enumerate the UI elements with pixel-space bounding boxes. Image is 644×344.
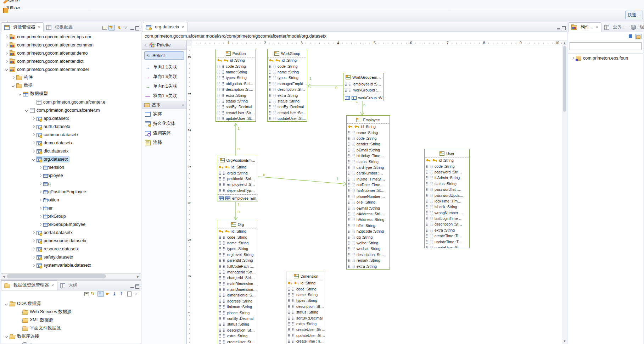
close-icon[interactable]: × xyxy=(38,24,41,30)
entity-field-row[interactable]: updateUser :St… xyxy=(286,333,326,338)
entity-field-row[interactable]: employeeId :S… xyxy=(217,182,258,187)
entity-field-row[interactable]: passwordUpda… xyxy=(425,192,469,198)
entity-field-row[interactable] xyxy=(218,193,257,195)
tree-item[interactable]: com.primeton.gocom.afcenter.m xyxy=(1,106,141,114)
entity-field-row[interactable]: updateTime :T… xyxy=(425,239,469,244)
expander-icon[interactable] xyxy=(38,165,42,169)
entity-field-row[interactable]: cardNumber :… xyxy=(347,170,390,176)
entity-field-row[interactable]: updateUser :St… xyxy=(216,116,256,121)
import-icon[interactable] xyxy=(112,292,118,296)
tree-item[interactable]: org.datasetx xyxy=(1,155,141,163)
tab-business[interactable]: 业务... xyxy=(601,22,628,32)
entity-field-row[interactable]: wrongNumber … xyxy=(425,210,469,216)
entity-field-row[interactable]: orgId :String xyxy=(217,170,258,176)
file-icon[interactable] xyxy=(127,292,131,296)
entity-field-row[interactable]: workGroupId :… xyxy=(343,87,383,93)
palette-section-basic[interactable]: 基本 « xyxy=(142,101,186,109)
entity-field-row[interactable]: description :St… xyxy=(216,87,256,92)
entity-field-row[interactable]: address :String xyxy=(217,298,258,304)
tree-item[interactable]: common.datasetx xyxy=(1,131,141,139)
tree-item[interactable]: Employee xyxy=(1,171,141,179)
entity-position[interactable]: Position id :String code :String xyxy=(215,49,256,122)
expander-icon[interactable] xyxy=(38,214,42,218)
expander-icon[interactable] xyxy=(5,51,9,55)
entity-field-row[interactable]: createUser :Str… xyxy=(286,327,326,332)
entity-field-row[interactable]: dependentTyp… xyxy=(217,188,258,193)
expander-icon[interactable] xyxy=(32,133,35,137)
entity-field-row[interactable]: createUser :St… xyxy=(217,339,258,344)
tree-item[interactable]: safety.datasetx xyxy=(1,253,141,261)
palette-tool-relation[interactable]: 单向1:1关联 xyxy=(142,62,186,72)
close-icon[interactable]: × xyxy=(595,24,598,30)
tree-item[interactable]: com.primeton.eos.foun xyxy=(568,54,643,62)
entity-field-row[interactable]: extra :String xyxy=(216,92,256,98)
expander-icon[interactable] xyxy=(32,231,35,234)
tree-item[interactable]: OrgPositionEmployee xyxy=(1,188,141,196)
entity-field-row[interactable]: phone :String xyxy=(217,310,258,315)
palette-header[interactable]: ◁ Palette xyxy=(142,40,186,50)
expander-icon[interactable] xyxy=(571,56,575,60)
tree-item[interactable]: com.primeton.gocom.afcenter.dict xyxy=(1,57,141,65)
tab-outline[interactable]: 大纲 xyxy=(57,281,80,290)
minimize-icon[interactable] xyxy=(557,28,560,29)
entity-field-row[interactable]: parentId :String xyxy=(217,257,258,263)
view-menu-icon[interactable] xyxy=(134,292,139,296)
entity-field-row[interactable]: code :String xyxy=(268,63,307,69)
quick-access[interactable]: 快速… xyxy=(625,11,643,19)
entity-field-row[interactable]: name :String xyxy=(286,292,326,298)
tree-item[interactable]: WorkGroupEmployee xyxy=(1,220,141,228)
entity-field-row[interactable]: createUser :Str… xyxy=(268,110,307,116)
tree-item[interactable]: dict.datasetx xyxy=(1,147,141,155)
entity-field-row[interactable]: hTel :String xyxy=(347,223,390,228)
entity-field-row[interactable]: name :String xyxy=(347,129,390,135)
entity-field-row[interactable]: sortBy :Decimal xyxy=(286,315,326,321)
entity-field-row[interactable]: id :String xyxy=(216,57,256,63)
format-button[interactable] xyxy=(2,0,27,6)
tree-item[interactable]: User xyxy=(1,204,141,212)
expander-icon[interactable] xyxy=(38,222,42,226)
tree-item[interactable]: 构件 xyxy=(1,73,141,82)
entity-field-row[interactable]: id :String xyxy=(217,164,258,170)
entity-field-row[interactable]: wechat :String xyxy=(347,246,390,251)
canvas-vscrollbar[interactable]: ▲ ▼ xyxy=(562,40,567,344)
expander-icon[interactable] xyxy=(11,76,15,79)
tree-item[interactable]: com.primeton.gocom.afcenter.demo xyxy=(1,49,141,57)
expander-icon[interactable] xyxy=(32,124,35,128)
editor-tab-org-datasetx[interactable]: org.datasetx × xyxy=(143,22,187,32)
explorer-hscrollbar[interactable]: ◂ ▸ xyxy=(1,273,141,279)
entity-field-row[interactable]: passwordInit :… xyxy=(425,187,469,192)
scroll-left-icon[interactable]: ◂ xyxy=(1,274,6,279)
entity-field-row[interactable]: employee :Em… xyxy=(217,195,258,201)
tree-item[interactable]: 数据库连接 xyxy=(1,332,141,340)
expander-icon[interactable] xyxy=(5,43,9,47)
entity-field-row[interactable]: name :String xyxy=(268,69,307,75)
entity-field-row[interactable]: hAddress :String xyxy=(347,217,390,222)
connect-icon[interactable] xyxy=(105,292,111,296)
entity-field-row[interactable]: inDate :TimeSt… xyxy=(347,176,390,182)
tree-item[interactable]: 数据 xyxy=(1,82,141,90)
entity-field-row[interactable]: linkman :String xyxy=(217,304,258,310)
entity-field-row[interactable]: hZipcode :String xyxy=(347,228,390,234)
entity-field-row[interactable]: createUser :Str… xyxy=(216,110,256,116)
expander-icon[interactable] xyxy=(32,141,35,145)
expander-icon[interactable] xyxy=(32,247,35,251)
tree-item[interactable]: com.primeton.gocom.afcenter.common xyxy=(1,41,141,49)
tree-item[interactable]: portal.datasetx xyxy=(1,228,141,237)
entity-field-row[interactable]: extra :String xyxy=(347,263,390,269)
tree-item[interactable]: com.primeton.gocom.afcenter.e xyxy=(1,98,141,106)
entity-field-row[interactable]: status :String xyxy=(347,159,390,164)
entity-field-row[interactable]: managerId :Str… xyxy=(217,269,258,275)
entity-field-row[interactable]: extra :String xyxy=(425,227,469,233)
expander-icon[interactable] xyxy=(38,182,42,185)
expander-icon[interactable] xyxy=(38,206,42,210)
entity-field-row[interactable]: fullCodePath :… xyxy=(217,263,258,269)
close-icon[interactable]: × xyxy=(182,24,185,29)
entity-field-row[interactable]: sortBy :Decimal xyxy=(216,104,256,110)
entity-field-row[interactable]: managerEmpId… xyxy=(268,81,307,87)
tab-resource-explorer[interactable]: 资源管理器 × xyxy=(1,22,44,32)
tree-item[interactable]: com.primeton.gocom.afcenter.model xyxy=(1,65,141,73)
entity-field-row[interactable]: workGroup :W… xyxy=(343,95,383,101)
tab-template-config[interactable]: 模板配置 xyxy=(44,22,75,32)
expander-icon[interactable] xyxy=(17,318,21,322)
scrollbar-thumb[interactable] xyxy=(563,46,566,112)
